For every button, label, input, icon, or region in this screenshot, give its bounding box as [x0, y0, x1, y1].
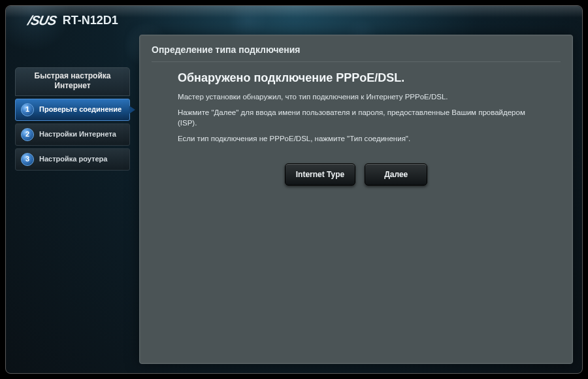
detected-heading: Обнаружено подключение PPPoE/DSL.	[178, 71, 534, 85]
info-line-3: Если тип подключения не PPPoE/DSL, нажми…	[178, 133, 534, 144]
body-layout: Быстрая настройка Интернет 1 Проверьте с…	[6, 35, 582, 373]
step-number-badge: 1	[21, 103, 34, 116]
info-line-1: Мастер установки обнаружил, что тип подк…	[178, 91, 534, 102]
step-number-badge: 3	[21, 153, 34, 166]
model-label: RT-N12D1	[63, 14, 118, 27]
main-panel: Определение типа подключения Обнаружено …	[139, 35, 573, 364]
wizard-step-internet-settings[interactable]: 2 Настройки Интернета	[15, 124, 130, 146]
next-button[interactable]: Далее	[365, 163, 427, 186]
app-frame: /SUS RT-N12D1 Быстрая настройка Интернет…	[0, 0, 588, 379]
step-label: Настройка роутера	[39, 155, 124, 163]
wizard-step-check-connection[interactable]: 1 Проверьте соединение	[15, 99, 130, 121]
wizard-step-router-setup[interactable]: 3 Настройка роутера	[15, 148, 130, 171]
header-bar: /SUS RT-N12D1	[6, 6, 582, 35]
button-row: Internet Type Далее	[178, 163, 534, 186]
wizard-sidebar: Быстрая настройка Интернет 1 Проверьте с…	[15, 35, 130, 364]
internet-type-button[interactable]: Internet Type	[285, 163, 355, 186]
router-admin-window: /SUS RT-N12D1 Быстрая настройка Интернет…	[5, 5, 583, 374]
info-line-2: Нажмите "Далее" для ввода имени пользова…	[178, 107, 534, 128]
step-label: Проверьте соединение	[39, 105, 124, 114]
step-number-badge: 2	[21, 128, 34, 141]
sidebar-title: Быстрая настройка Интернет	[15, 67, 130, 96]
step-label: Настройки Интернета	[39, 130, 124, 139]
panel-title: Определение типа подключения	[152, 44, 561, 62]
brand-logo: /SUS	[27, 13, 58, 28]
panel-content: Обнаружено подключение PPPoE/DSL. Мастер…	[152, 71, 561, 186]
